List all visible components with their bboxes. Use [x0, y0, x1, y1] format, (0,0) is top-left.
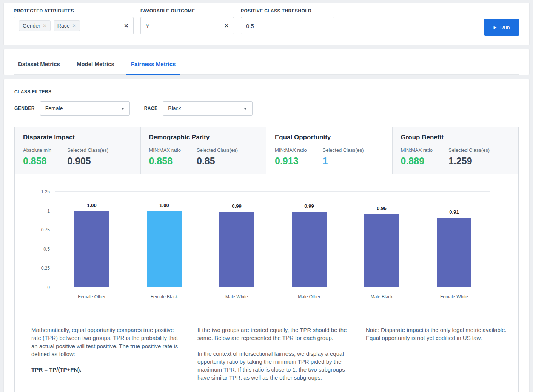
chart-plot: 1.00Female Other1.00Female Black0.99Male…: [55, 192, 490, 287]
metric-stat: Selected Class(es) 0.85: [197, 147, 238, 167]
fairness-metrics-panel: CLASS FILTERS GENDER Female RACE Black D…: [3, 79, 530, 392]
remove-gender-chip-icon[interactable]: ✕: [43, 23, 47, 28]
metric-stat-value: 1.259: [448, 156, 490, 167]
protected-attributes-input[interactable]: Gender ✕ Race ✕ ✕: [14, 17, 134, 34]
positive-class-threshold-group: POSITIVE CLASS THRESHOLD 0.5: [241, 8, 334, 34]
chart-y-tick-label: 0.5: [43, 247, 50, 252]
chart-bar-group[interactable]: 0.99Male White: [200, 192, 273, 287]
chart-bar-group[interactable]: 1.00Female Black: [128, 192, 200, 287]
chip-race[interactable]: Race ✕: [54, 20, 80, 31]
bar-category-label: Female White: [440, 294, 468, 299]
metric-card-equal-opportunity[interactable]: Equal Opportunity MIN:MAX ratio 0.913 Se…: [266, 127, 393, 174]
tab-dataset-metrics[interactable]: Dataset Metrics: [14, 59, 65, 75]
race-filter-value: Black: [168, 105, 181, 111]
bar-category-label: Male Black: [371, 294, 393, 299]
metric-stat-value: 0.85: [197, 156, 238, 167]
note-paragraph: Note: Disparate impact is the only legal…: [366, 326, 517, 342]
chart-bar-group[interactable]: 0.96Male Black: [345, 192, 418, 287]
positive-class-threshold-value: 0.5: [246, 23, 254, 29]
chart-y-tick-label: 0: [47, 285, 50, 290]
tpr-formula: TPR = TP/(TP+FN).: [31, 366, 180, 373]
metrics-box: Disparate Impact Absolute min 0.858 Sele…: [14, 127, 519, 392]
gender-filter-label: GENDER: [14, 106, 35, 111]
gender-filter-value: Female: [45, 105, 63, 111]
chip-gender-label: Gender: [23, 23, 40, 29]
note-paragraph: Mathematically, equal opportunity compar…: [31, 326, 180, 358]
page: PROTECTED ATTRIBUTES Gender ✕ Race ✕ ✕ F…: [0, 0, 533, 392]
metric-stat: MIN:MAX ratio 0.858: [149, 147, 181, 167]
bar-value-label: 0.91: [449, 209, 459, 215]
favorable-outcome-label: FAVORABLE OUTCOME: [140, 8, 234, 14]
protected-attributes-label: PROTECTED ATTRIBUTES: [14, 8, 134, 14]
metric-stat-label: Selected Class(es): [323, 147, 364, 153]
note-column-definition: Mathematically, equal opportunity compar…: [31, 326, 180, 389]
chip-race-label: Race: [57, 23, 70, 29]
metric-stat-label: MIN:MAX ratio: [149, 147, 181, 153]
bar-category-label: Female Other: [78, 294, 105, 299]
chart-bar[interactable]: 0.96: [364, 214, 399, 287]
class-filters-row: GENDER Female RACE Black: [14, 101, 519, 116]
tab-model-metrics[interactable]: Model Metrics: [72, 59, 119, 75]
chart-bar[interactable]: 0.99: [292, 212, 327, 287]
tpr-bar-chart: 00.250.50.7511.25 1.00Female Other1.00Fe…: [15, 174, 518, 316]
metric-cards-row: Disparate Impact Absolute min 0.858 Sele…: [15, 127, 518, 174]
class-filters-title: CLASS FILTERS: [14, 89, 519, 94]
metric-stat-label: Absolute min: [23, 147, 51, 153]
chart-bar-highlighted[interactable]: 1.00: [147, 211, 182, 287]
remove-race-chip-icon[interactable]: ✕: [72, 23, 76, 28]
note-paragraph: In the context of intersectional fairnes…: [197, 350, 348, 382]
metric-card-title: Group Benefit: [401, 134, 510, 141]
chart-bar[interactable]: 1.00: [74, 211, 109, 287]
metric-stat-label: MIN:MAX ratio: [275, 147, 307, 153]
favorable-outcome-input[interactable]: Y ✕: [140, 17, 234, 34]
gender-filter-select[interactable]: Female: [40, 101, 130, 116]
bar-value-label: 0.99: [304, 203, 314, 209]
clear-favorable-outcome-icon[interactable]: ✕: [224, 23, 229, 29]
metric-card-disparate-impact[interactable]: Disparate Impact Absolute min 0.858 Sele…: [15, 127, 141, 174]
metric-stat-value: 0.905: [67, 156, 108, 167]
positive-class-threshold-label: POSITIVE CLASS THRESHOLD: [241, 8, 334, 14]
chart-y-tick-label: 0.75: [41, 227, 50, 233]
metric-stat-label: Selected Class(es): [197, 147, 238, 153]
bar-category-label: Male White: [225, 294, 248, 299]
metric-card-title: Equal Opportunity: [275, 134, 384, 141]
chip-gender[interactable]: Gender ✕: [19, 20, 51, 31]
chart-y-axis: 00.250.50.7511.25: [33, 192, 55, 287]
controls-bar: PROTECTED ATTRIBUTES Gender ✕ Race ✕ ✕ F…: [3, 3, 530, 45]
positive-class-threshold-input[interactable]: 0.5: [241, 17, 334, 34]
chart-bar[interactable]: 0.99: [219, 212, 254, 287]
tabs: Dataset Metrics Model Metrics Fairness M…: [14, 59, 519, 75]
bar-value-label: 1.00: [159, 202, 169, 208]
metric-stat: MIN:MAX ratio 0.889: [401, 147, 433, 167]
bar-category-label: Female Black: [151, 294, 178, 299]
bar-value-label: 0.96: [377, 205, 386, 211]
metric-stat-label: Selected Class(es): [448, 147, 490, 153]
chevron-down-icon: [243, 108, 247, 110]
chart-y-tick-label: 1: [47, 208, 50, 214]
favorable-outcome-group: FAVORABLE OUTCOME Y ✕: [140, 8, 234, 34]
metric-stat-value: 0.858: [23, 156, 51, 167]
metric-stat: Absolute min 0.858: [23, 147, 51, 167]
metric-stat: Selected Class(es) 0.905: [67, 147, 108, 167]
tab-fairness-metrics[interactable]: Fairness Metrics: [126, 59, 180, 75]
race-filter-select[interactable]: Black: [163, 101, 253, 116]
note-column-legal: Note: Disparate impact is the only legal…: [366, 326, 517, 389]
chart-bar-group[interactable]: 0.99Male Other: [273, 192, 345, 287]
chart-bars: 1.00Female Other1.00Female Black0.99Male…: [55, 192, 490, 287]
chart-y-tick-label: 1.25: [41, 189, 50, 194]
chart-bar-group[interactable]: 1.00Female Other: [55, 192, 128, 287]
bar-value-label: 1.00: [87, 202, 96, 208]
play-icon: ▶: [493, 25, 496, 29]
note-column-explanation: If the two groups are treated equally, t…: [197, 326, 348, 389]
bar-value-label: 0.99: [232, 203, 241, 209]
clear-protected-attributes-icon[interactable]: ✕: [124, 23, 128, 29]
bar-category-label: Male Other: [298, 294, 320, 299]
metric-card-demographic-parity[interactable]: Demographic Parity MIN:MAX ratio 0.858 S…: [141, 127, 267, 174]
metric-card-group-benefit[interactable]: Group Benefit MIN:MAX ratio 0.889 Select…: [393, 127, 519, 174]
metric-card-title: Disparate Impact: [23, 134, 132, 141]
run-button[interactable]: ▶ Run: [484, 19, 519, 36]
chart-bar[interactable]: 0.91: [437, 218, 471, 287]
tab-bar: Dataset Metrics Model Metrics Fairness M…: [3, 49, 530, 75]
chart-bar-group[interactable]: 0.91Female White: [418, 192, 490, 287]
metric-stat-value: 0.889: [401, 156, 433, 167]
